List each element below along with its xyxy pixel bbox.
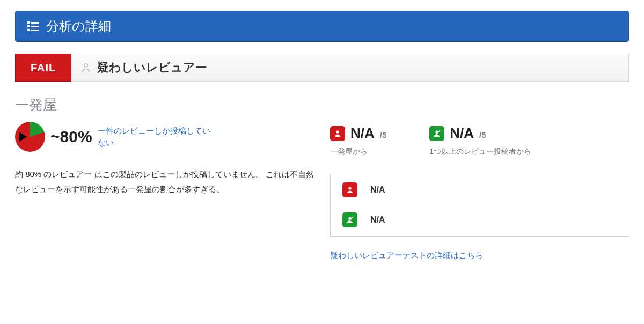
stat-suffix: /5 — [380, 130, 387, 139]
svg-point-1 — [336, 130, 339, 133]
list-item-value: N/A — [370, 185, 385, 195]
section-title: 疑わしいレビュアー — [97, 60, 207, 76]
play-icon — [19, 132, 27, 142]
percentage-stat-row: ~80% 一件のレビューしか投稿していない — [15, 122, 314, 152]
one-hit-reviewer-icon — [342, 182, 357, 197]
list-item-value: N/A — [370, 215, 385, 225]
analysis-detail-header[interactable]: 分析の詳細 — [15, 11, 629, 42]
multi-reviewer-icon — [429, 126, 444, 141]
status-badge-fail: FAIL — [15, 54, 71, 82]
multi-reviewer-icon — [342, 212, 357, 227]
section-title-bar[interactable]: 疑わしいレビュアー — [71, 54, 629, 82]
list-item: N/A — [342, 182, 629, 197]
description-paragraph: 約 80% のレビュアー はこの製品のレビューしか投稿していません。 これは不自… — [15, 167, 314, 197]
subsection-title: 一発屋 — [15, 95, 629, 114]
stat-value: N/A — [350, 125, 375, 142]
list-item: N/A — [342, 212, 629, 227]
status-badge-label: FAIL — [31, 62, 56, 74]
svg-point-0 — [84, 64, 87, 67]
test-detail-link[interactable]: 疑わしいレビュアーテストの詳細はこちら — [330, 251, 629, 261]
left-column: ~80% 一件のレビューしか投稿していない 約 80% のレビュアー はこの製品… — [15, 122, 314, 261]
list-icon — [27, 21, 39, 31]
stat-label: 1つ以上のレビュー投稿者から — [429, 147, 531, 157]
stat-multi-review: N/A /5 1つ以上のレビュー投稿者から — [429, 125, 531, 157]
pie-chart[interactable] — [15, 122, 45, 152]
stat-value: N/A — [450, 125, 474, 142]
rating-breakdown-list: N/A N/A — [330, 174, 629, 237]
stat-label: 一発屋から — [330, 147, 386, 157]
single-review-link[interactable]: 一件のレビューしか投稿していない — [98, 125, 216, 149]
section-header-row: FAIL 疑わしいレビュアー — [15, 54, 629, 82]
stat-suffix: /5 — [479, 130, 486, 139]
content-grid: ~80% 一件のレビューしか投稿していない 約 80% のレビュアー はこの製品… — [15, 122, 629, 261]
rating-stats-row: N/A /5 一発屋から N/A /5 1つ以上のレビュー投稿者から — [330, 125, 629, 157]
svg-point-4 — [348, 187, 351, 189]
right-column: N/A /5 一発屋から N/A /5 1つ以上のレビュー投稿者から — [330, 122, 629, 261]
person-suspicious-icon — [81, 62, 91, 73]
stat-one-hit: N/A /5 一発屋から — [330, 125, 386, 157]
one-hit-reviewer-icon — [330, 126, 345, 141]
header-title: 分析の詳細 — [46, 18, 111, 35]
percentage-value: ~80% — [50, 128, 92, 146]
